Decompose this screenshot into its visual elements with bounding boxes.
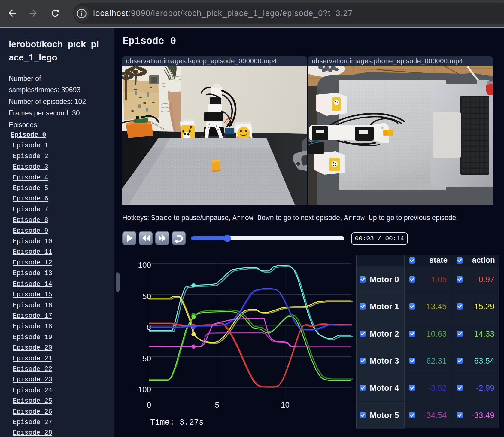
svg-text:10: 10 bbox=[281, 400, 290, 409]
svg-text:-50: -50 bbox=[140, 354, 151, 363]
svg-text:-100: -100 bbox=[135, 385, 151, 394]
svg-text:0: 0 bbox=[147, 400, 151, 409]
svg-text:Time: 3.27s: Time: 3.27s bbox=[150, 418, 204, 427]
svg-text:100: 100 bbox=[138, 261, 151, 270]
svg-text:5: 5 bbox=[215, 400, 219, 409]
